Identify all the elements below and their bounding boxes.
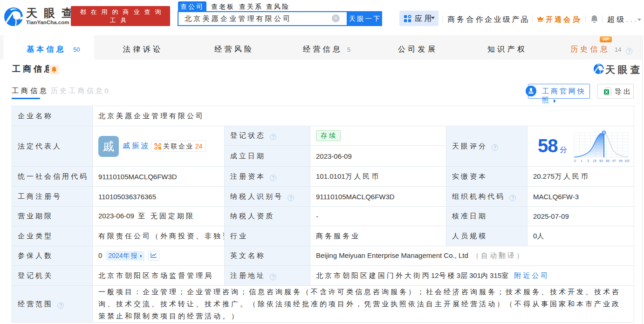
svg-text:0: 0 bbox=[574, 159, 576, 162]
svg-text:85: 85 bbox=[606, 159, 610, 162]
svg-text:97: 97 bbox=[612, 159, 616, 162]
svg-text:1: 1 bbox=[581, 159, 582, 162]
svg-text:100: 100 bbox=[624, 159, 630, 162]
svg-text:99: 99 bbox=[619, 159, 623, 162]
svg-text:15: 15 bbox=[593, 159, 596, 162]
svg-text:50: 50 bbox=[599, 159, 603, 162]
svg-text:企: 企 bbox=[158, 147, 161, 149]
svg-text:3: 3 bbox=[587, 159, 589, 162]
